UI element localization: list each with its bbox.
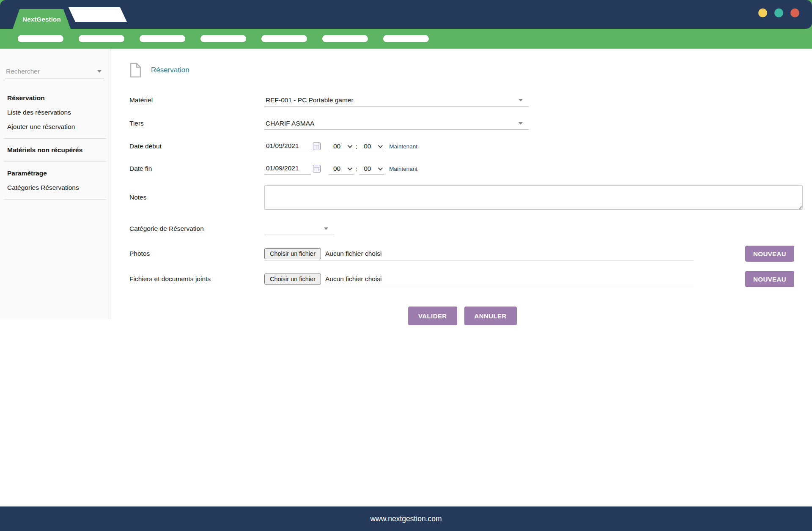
chevron-down-icon xyxy=(348,143,352,148)
window-dot-teal[interactable] xyxy=(774,8,783,17)
main-navbar xyxy=(0,29,812,49)
fichiers-no-file-text: Aucun fichier choisi xyxy=(325,275,382,283)
photos-label: Photos xyxy=(129,250,264,257)
brand-logo-text: NextGestion xyxy=(22,16,61,23)
date-debut-input[interactable] xyxy=(264,140,311,152)
window-dot-red[interactable] xyxy=(790,8,799,17)
categorie-select[interactable] xyxy=(264,222,334,235)
date-fin-minute-value: 00 xyxy=(364,165,371,172)
form-row-tiers: Tiers CHARIF ASMAA xyxy=(110,117,812,130)
date-fin-input[interactable] xyxy=(264,163,311,175)
form-row-materiel: Matériel REF-001 - PC Portable gamer xyxy=(110,94,812,107)
materiel-value: REF-001 - PC Portable gamer xyxy=(264,96,354,104)
form-actions: VALIDER ANNULER xyxy=(408,307,812,325)
sidebar-divider xyxy=(4,138,106,139)
form-row-fichiers: Fichiers et documents joints Choisir un … xyxy=(110,271,812,287)
date-debut-now-link[interactable]: Maintenant xyxy=(389,143,417,150)
caret-down-icon xyxy=(518,99,523,101)
sidebar-divider xyxy=(4,161,106,162)
time-separator: : xyxy=(356,143,357,150)
date-fin-minute-select[interactable]: 00 xyxy=(359,163,384,175)
window-controls xyxy=(758,8,799,17)
date-debut-label: Date début xyxy=(129,142,264,150)
footer-bar: www.nextgestion.com xyxy=(0,506,812,531)
annuler-button[interactable]: ANNULER xyxy=(464,307,517,325)
date-fin-hour-value: 00 xyxy=(333,165,340,172)
content-area: Réservation Liste des réservations Ajout… xyxy=(0,49,812,325)
nav-pill[interactable] xyxy=(261,35,307,42)
date-fin-label: Date fin xyxy=(129,165,264,172)
chevron-down-icon xyxy=(378,143,383,148)
fichiers-file-field: Choisir un fichier Aucun fichier choisi xyxy=(264,272,694,286)
nav-pill[interactable] xyxy=(322,35,368,42)
sidebar-item-categories-reservations[interactable]: Catégories Réservations xyxy=(0,181,110,195)
materiel-select[interactable]: REF-001 - PC Portable gamer xyxy=(264,94,529,107)
form-row-date-fin: Date fin 00 : 00 Maintenant xyxy=(110,163,812,175)
title-bar: NextGestion xyxy=(0,0,812,29)
valider-button[interactable]: VALIDER xyxy=(408,307,457,325)
calendar-icon[interactable] xyxy=(313,165,321,172)
photos-choose-file-button[interactable]: Choisir un fichier xyxy=(264,248,321,259)
form-row-date-debut: Date début 00 : 00 Maintenant xyxy=(110,140,812,152)
window-dot-yellow[interactable] xyxy=(758,8,767,17)
nav-pill[interactable] xyxy=(383,35,429,42)
sidebar-menu: Réservation Liste des réservations Ajout… xyxy=(0,91,110,200)
photos-new-button[interactable]: NOUVEAU xyxy=(745,246,794,262)
calendar-icon[interactable] xyxy=(313,142,321,150)
date-debut-hour-select[interactable]: 00 xyxy=(329,140,354,152)
categorie-label: Catégorie de Réservation xyxy=(129,225,264,233)
fichiers-label: Fichiers et documents joints xyxy=(129,275,264,283)
footer-url: www.nextgestion.com xyxy=(370,515,442,523)
caret-down-icon xyxy=(518,122,523,125)
sidebar-search xyxy=(5,64,104,79)
chevron-down-icon xyxy=(378,165,383,170)
caret-down-icon xyxy=(97,70,102,73)
brand-tab[interactable]: NextGestion xyxy=(13,9,71,29)
caret-down-icon xyxy=(324,227,328,230)
sidebar-item-parametrage[interactable]: Paramétrage xyxy=(0,166,110,181)
tiers-select[interactable]: CHARIF ASMAA xyxy=(264,117,529,130)
form-row-notes: Notes xyxy=(110,185,812,210)
sidebar-item-liste-reservations[interactable]: Liste des réservations xyxy=(0,105,110,120)
nav-pill[interactable] xyxy=(18,35,63,42)
sidebar-divider xyxy=(4,199,106,200)
materiel-label: Matériel xyxy=(129,96,264,104)
fichiers-new-button[interactable]: NOUVEAU xyxy=(745,271,794,287)
date-fin-now-link[interactable]: Maintenant xyxy=(389,166,417,172)
notes-textarea[interactable] xyxy=(264,185,803,210)
tiers-label: Tiers xyxy=(129,120,264,127)
page-title: Réservation xyxy=(151,66,189,74)
reservation-form: Matériel REF-001 - PC Portable gamer Tie… xyxy=(110,94,812,325)
date-debut-minute-select[interactable]: 00 xyxy=(359,140,384,152)
nav-pill[interactable] xyxy=(79,35,124,42)
sidebar-item-reservation[interactable]: Réservation xyxy=(0,91,110,105)
form-row-photos: Photos Choisir un fichier Aucun fichier … xyxy=(110,246,812,262)
date-debut-hour-value: 00 xyxy=(333,142,340,150)
main-panel: Réservation Matériel REF-001 - PC Portab… xyxy=(110,49,812,325)
tab-placeholder[interactable] xyxy=(69,7,127,22)
date-fin-hour-select[interactable]: 00 xyxy=(329,163,354,175)
nav-pill[interactable] xyxy=(140,35,185,42)
time-separator: : xyxy=(356,165,357,172)
date-debut-minute-value: 00 xyxy=(364,142,371,150)
sidebar-item-materiels-non-recuperes[interactable]: Matériels non récupérés xyxy=(0,143,110,157)
sidebar: Réservation Liste des réservations Ajout… xyxy=(0,49,110,319)
photos-file-field: Choisir un fichier Aucun fichier choisi xyxy=(264,246,694,261)
page-title-row: Réservation xyxy=(129,63,812,78)
form-row-categorie: Catégorie de Réservation xyxy=(110,222,812,235)
sidebar-item-ajouter-reservation[interactable]: Ajouter une réservation xyxy=(0,120,110,134)
photos-no-file-text: Aucun fichier choisi xyxy=(325,250,382,257)
search-input[interactable] xyxy=(6,68,97,75)
fichiers-choose-file-button[interactable]: Choisir un fichier xyxy=(264,274,321,285)
notes-label: Notes xyxy=(129,194,264,201)
document-icon xyxy=(129,63,142,78)
nav-pill[interactable] xyxy=(200,35,246,42)
chevron-down-icon xyxy=(348,165,352,170)
window-header: NextGestion xyxy=(0,0,812,29)
tiers-value: CHARIF ASMAA xyxy=(264,120,314,127)
